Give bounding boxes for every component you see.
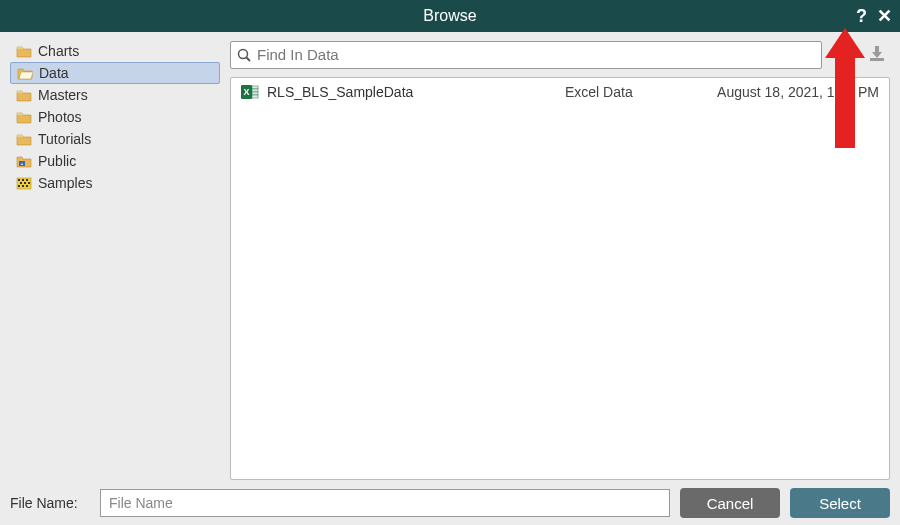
- sidebar: Charts Data Masters Photos Tutorials: [10, 40, 220, 480]
- svg-rect-17: [252, 86, 258, 89]
- sidebar-item-label: Samples: [38, 175, 92, 191]
- sidebar-item-label: Masters: [38, 87, 88, 103]
- svg-rect-20: [252, 95, 258, 98]
- svg-rect-7: [28, 182, 30, 184]
- file-type: Excel Data: [565, 84, 685, 100]
- folder-samples-icon: [16, 176, 32, 190]
- filename-label: File Name:: [10, 495, 90, 511]
- svg-rect-10: [26, 185, 28, 187]
- svg-rect-19: [252, 92, 258, 95]
- svg-rect-13: [836, 58, 850, 61]
- file-list: X RLS_BLS_SampleData Excel Data August 1…: [230, 77, 890, 480]
- svg-rect-9: [22, 185, 24, 187]
- sidebar-item-label: Charts: [38, 43, 79, 59]
- help-icon[interactable]: ?: [856, 6, 867, 27]
- search-input[interactable]: [255, 45, 815, 64]
- sidebar-item-tutorials[interactable]: Tutorials: [10, 128, 220, 150]
- toolbar: [230, 40, 890, 69]
- svg-text:X: X: [243, 87, 249, 97]
- sidebar-item-samples[interactable]: Samples: [10, 172, 220, 194]
- folder-public-icon: [16, 154, 32, 168]
- sidebar-item-data[interactable]: Data: [10, 62, 220, 84]
- footer: File Name: Cancel Select: [0, 480, 900, 525]
- upload-icon: [832, 42, 854, 64]
- svg-rect-14: [870, 58, 884, 61]
- folder-icon: [16, 88, 32, 102]
- svg-rect-3: [22, 179, 24, 181]
- sidebar-item-charts[interactable]: Charts: [10, 40, 220, 62]
- download-icon: [866, 42, 888, 64]
- sidebar-item-public[interactable]: Public: [10, 150, 220, 172]
- titlebar: Browse ? ✕: [0, 0, 900, 32]
- sidebar-item-label: Public: [38, 153, 76, 169]
- close-icon[interactable]: ✕: [877, 5, 892, 27]
- sidebar-item-label: Photos: [38, 109, 82, 125]
- sidebar-item-label: Data: [39, 65, 69, 81]
- download-button[interactable]: [864, 40, 890, 69]
- folder-open-icon: [17, 66, 33, 80]
- svg-rect-8: [18, 185, 20, 187]
- sidebar-item-photos[interactable]: Photos: [10, 106, 220, 128]
- search-icon: [237, 48, 251, 62]
- svg-rect-18: [252, 89, 258, 92]
- select-button[interactable]: Select: [790, 488, 890, 518]
- sidebar-item-label: Tutorials: [38, 131, 91, 147]
- cancel-button[interactable]: Cancel: [680, 488, 780, 518]
- sidebar-item-masters[interactable]: Masters: [10, 84, 220, 106]
- svg-rect-2: [18, 179, 20, 181]
- file-date: August 18, 2021, 1:00 PM: [693, 84, 879, 100]
- search-field[interactable]: [230, 41, 822, 69]
- file-name: RLS_BLS_SampleData: [267, 84, 557, 100]
- svg-rect-4: [26, 179, 28, 181]
- svg-rect-5: [20, 182, 22, 184]
- svg-point-11: [239, 49, 248, 58]
- folder-icon: [16, 132, 32, 146]
- file-row[interactable]: X RLS_BLS_SampleData Excel Data August 1…: [231, 78, 889, 106]
- folder-icon: [16, 44, 32, 58]
- excel-icon: X: [241, 84, 259, 100]
- filename-input[interactable]: [100, 489, 670, 517]
- upload-button[interactable]: [830, 40, 856, 69]
- svg-line-12: [247, 57, 251, 61]
- dialog-title: Browse: [423, 7, 476, 25]
- svg-rect-6: [24, 182, 26, 184]
- folder-icon: [16, 110, 32, 124]
